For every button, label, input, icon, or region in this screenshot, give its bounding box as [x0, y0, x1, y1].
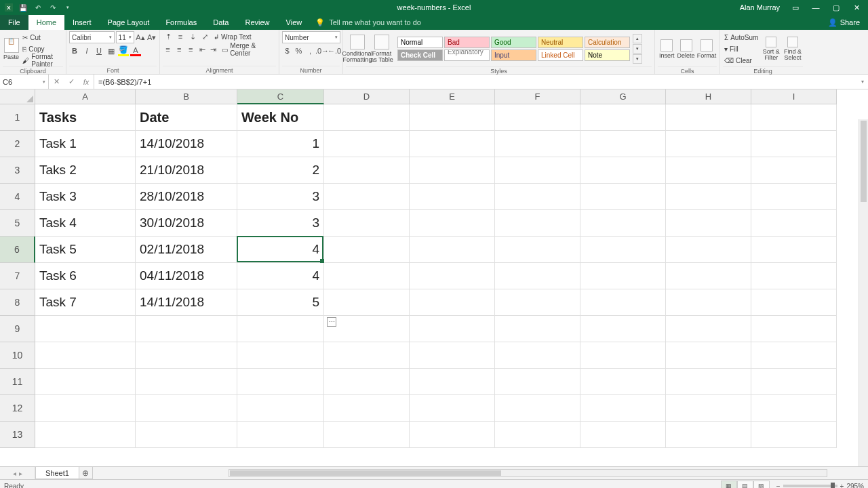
number-format-select[interactable]: Number▾ — [282, 31, 340, 43]
row-header[interactable]: 11 — [0, 369, 35, 395]
row-header[interactable]: 13 — [0, 422, 35, 448]
cell[interactable]: Task 7 — [35, 289, 136, 316]
user-name[interactable]: Alan Murray — [740, 3, 780, 12]
conditional-formatting-button[interactable]: Conditional Formatting — [346, 31, 369, 66]
cell[interactable] — [495, 210, 580, 237]
cell[interactable] — [666, 104, 751, 131]
cell[interactable] — [35, 316, 136, 342]
cell-style-note[interactable]: Note — [585, 49, 630, 61]
italic-icon[interactable]: I — [81, 45, 92, 56]
decrease-decimal-icon[interactable]: ←.0 — [329, 45, 340, 56]
cell[interactable] — [410, 342, 495, 369]
comma-icon[interactable]: , — [305, 45, 315, 56]
cell[interactable] — [410, 131, 495, 157]
tab-data[interactable]: Data — [205, 15, 237, 30]
increase-font-icon[interactable]: A▴ — [136, 32, 146, 43]
column-header[interactable]: A — [35, 89, 136, 104]
font-name-select[interactable]: Calibri▾ — [69, 31, 115, 43]
formula-input[interactable]: =(B6-$B$2)/7+1 — [94, 75, 857, 89]
merge-center-button[interactable]: ▭Merge & Center — [220, 44, 276, 55]
cell-style-linked-cell[interactable]: Linked Cell — [538, 49, 583, 61]
cell[interactable] — [410, 157, 495, 184]
enter-formula-icon[interactable]: ✓ — [64, 77, 79, 86]
tab-view[interactable]: View — [278, 15, 311, 30]
increase-decimal-icon[interactable]: .0→ — [317, 45, 328, 56]
decrease-font-icon[interactable]: A▾ — [146, 32, 157, 43]
cell[interactable] — [580, 316, 666, 342]
scroll-thumb[interactable] — [230, 470, 501, 476]
align-bottom-icon[interactable]: ⇣ — [187, 31, 198, 42]
gallery-down-icon[interactable]: ▾ — [633, 44, 642, 54]
cell[interactable] — [495, 342, 580, 369]
cell[interactable] — [495, 422, 580, 448]
column-header[interactable]: C — [237, 89, 324, 104]
horizontal-scrollbar[interactable] — [229, 469, 827, 477]
cancel-formula-icon[interactable]: ✕ — [49, 77, 64, 86]
autofill-options-button[interactable]: ⋯ — [327, 317, 336, 327]
row-header[interactable]: 7 — [0, 263, 35, 289]
name-box[interactable]: C6▾ — [0, 75, 49, 89]
sheet-tab[interactable]: Sheet1 — [35, 467, 79, 479]
cell[interactable]: Tasks — [35, 104, 136, 131]
cell[interactable] — [410, 184, 495, 210]
row-header[interactable]: 12 — [0, 395, 35, 422]
cell[interactable] — [580, 422, 666, 448]
cell[interactable]: 1 — [237, 131, 324, 157]
percent-icon[interactable]: % — [294, 45, 304, 56]
cell[interactable]: 30/10/2018 — [136, 210, 237, 237]
cell[interactable] — [324, 369, 410, 395]
cell[interactable] — [580, 237, 666, 263]
cell[interactable] — [495, 104, 580, 131]
cell[interactable] — [495, 184, 580, 210]
cell[interactable]: Week No — [237, 104, 324, 131]
cell[interactable] — [666, 184, 751, 210]
tab-insert[interactable]: Insert — [64, 15, 100, 30]
select-all-corner[interactable] — [0, 89, 35, 104]
minimize-icon[interactable]: — — [807, 1, 825, 14]
cell[interactable]: Task 4 — [35, 210, 136, 237]
cell[interactable]: 14/10/2018 — [136, 131, 237, 157]
cell[interactable] — [410, 395, 495, 422]
cell-style-bad[interactable]: Bad — [444, 37, 490, 48]
cell[interactable] — [751, 210, 837, 237]
cell[interactable] — [410, 422, 495, 448]
accounting-icon[interactable]: $ — [282, 45, 292, 56]
column-header[interactable]: H — [666, 89, 751, 104]
column-header[interactable]: D — [324, 89, 410, 104]
row-header[interactable]: 3 — [0, 157, 35, 184]
cell[interactable] — [580, 184, 666, 210]
cell[interactable] — [324, 237, 410, 263]
orientation-icon[interactable]: ⤢ — [199, 31, 210, 42]
chevron-right-icon[interactable]: ▸ — [19, 470, 22, 477]
vertical-scrollbar[interactable] — [859, 119, 868, 466]
cell[interactable] — [666, 131, 751, 157]
cell-style-neutral[interactable]: Neutral — [538, 37, 583, 48]
clear-button[interactable]: ⌫Clear — [723, 55, 760, 66]
align-top-icon[interactable]: ⇡ — [163, 31, 174, 42]
cell[interactable]: 4 — [237, 237, 324, 263]
redo-icon[interactable]: ↷ — [47, 2, 58, 13]
cell[interactable] — [324, 422, 410, 448]
cell[interactable] — [495, 395, 580, 422]
row-header[interactable]: 8 — [0, 289, 35, 316]
tell-me[interactable]: 💡 Tell me what you want to do — [315, 15, 421, 30]
zoom-in-icon[interactable]: + — [840, 483, 844, 489]
column-header[interactable]: B — [136, 89, 237, 104]
cell[interactable] — [580, 210, 666, 237]
cell[interactable] — [666, 422, 751, 448]
cell[interactable]: 3 — [237, 184, 324, 210]
cell[interactable] — [580, 289, 666, 316]
cell[interactable] — [35, 422, 136, 448]
cell[interactable] — [580, 157, 666, 184]
cell[interactable] — [580, 131, 666, 157]
cell[interactable] — [410, 369, 495, 395]
cell[interactable]: Taks 2 — [35, 157, 136, 184]
share-button[interactable]: 👤 Share — [828, 15, 868, 30]
cell[interactable] — [495, 289, 580, 316]
page-break-view-icon[interactable]: ▧ — [753, 481, 770, 488]
fx-icon[interactable]: fx — [79, 78, 94, 86]
cell-style-check-cell[interactable]: Check Cell — [397, 49, 443, 61]
cell[interactable] — [410, 210, 495, 237]
cell[interactable] — [666, 369, 751, 395]
align-middle-icon[interactable]: ≡ — [175, 31, 186, 42]
